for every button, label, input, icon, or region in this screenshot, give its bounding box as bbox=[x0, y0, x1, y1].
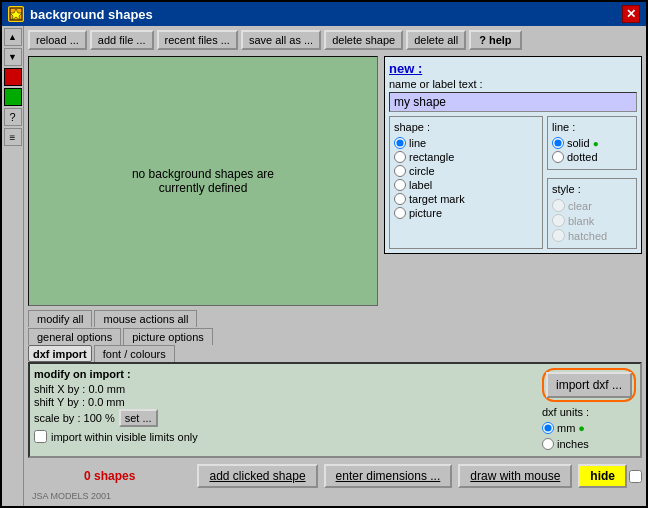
style-hatched[interactable]: hatched bbox=[552, 229, 632, 242]
import-limits-row: import within visible limits only bbox=[34, 430, 534, 443]
unit-inches-radio[interactable]: inches bbox=[542, 438, 589, 450]
dxf-tab-content: modify on import : shift X by : 0.0 mm s… bbox=[28, 362, 642, 458]
delete-shape-button[interactable]: delete shape bbox=[324, 30, 403, 50]
close-button[interactable]: ✕ bbox=[622, 5, 640, 23]
window-body: ▲ ▼ ? ≡ reload ... add file ... recent f… bbox=[2, 26, 646, 506]
import-limits-label: import within visible limits only bbox=[51, 431, 198, 443]
modify-on-import-label: modify on import : bbox=[34, 368, 534, 380]
tab-font-colours[interactable]: font / colours bbox=[94, 345, 175, 362]
copyright-text: JSA MODELS 2001 bbox=[28, 490, 642, 502]
import-dxf-button[interactable]: import dxf ... bbox=[546, 372, 632, 398]
save-all-button[interactable]: save all as ... bbox=[241, 30, 321, 50]
tab-mouse-actions-all[interactable]: mouse actions all bbox=[94, 310, 197, 327]
new-section: new : name or label text : shape : line bbox=[384, 56, 642, 254]
titlebar: background shapes ✕ bbox=[2, 2, 646, 26]
content-area: no background shapes are currently defin… bbox=[28, 56, 642, 306]
shape-radio-circle[interactable]: circle bbox=[394, 165, 538, 177]
unit-mm-label: mm bbox=[557, 422, 575, 434]
unit-inches-label: inches bbox=[557, 438, 589, 450]
toolbar-arrow-icon[interactable]: ▲ bbox=[4, 28, 22, 46]
scale-row: scale by : 100 % set ... bbox=[34, 409, 534, 427]
tab-picture-options[interactable]: picture options bbox=[123, 328, 213, 345]
window-title: background shapes bbox=[30, 7, 153, 22]
canvas-area: no background shapes are currently defin… bbox=[28, 56, 378, 306]
toolbar-question-icon[interactable]: ? bbox=[4, 108, 22, 126]
enter-dimensions-button[interactable]: enter dimensions ... bbox=[324, 464, 453, 488]
style-blank[interactable]: blank bbox=[552, 214, 632, 227]
hide-button[interactable]: hide bbox=[578, 464, 627, 488]
scale-label: scale by : 100 % bbox=[34, 412, 115, 424]
line-solid-radio[interactable]: solid ● bbox=[552, 137, 632, 149]
line-group: line : solid ● dotted bbox=[547, 116, 637, 170]
right-panel: new : name or label text : shape : line bbox=[384, 56, 642, 306]
delete-all-button[interactable]: delete all bbox=[406, 30, 466, 50]
tab-general-options[interactable]: general options bbox=[28, 328, 121, 345]
shapes-count: 0 shapes bbox=[28, 469, 191, 483]
toolbar-lines-icon[interactable]: ≡ bbox=[4, 128, 22, 146]
top-toolbar: reload ... add file ... recent files ...… bbox=[28, 30, 642, 50]
app-icon bbox=[8, 6, 24, 22]
main-window: background shapes ✕ ▲ ▼ ? ≡ reload ... a… bbox=[0, 0, 648, 508]
recent-files-button[interactable]: recent files ... bbox=[157, 30, 238, 50]
line-group-label: line : bbox=[552, 121, 632, 133]
hide-checkbox[interactable] bbox=[629, 470, 642, 483]
name-label: name or label text : bbox=[389, 78, 637, 90]
line-style-column: line : solid ● dotted bbox=[547, 116, 637, 249]
reload-button[interactable]: reload ... bbox=[28, 30, 87, 50]
shift-x-row: shift X by : 0.0 mm bbox=[34, 383, 534, 395]
shape-line-row: shape : line rectangle circle bbox=[389, 116, 637, 249]
help-button[interactable]: ? help bbox=[469, 30, 521, 50]
unit-mm-radio[interactable]: mm ● bbox=[542, 422, 589, 434]
main-content: reload ... add file ... recent files ...… bbox=[24, 26, 646, 506]
shape-group-label: shape : bbox=[394, 121, 538, 133]
draw-with-mouse-button[interactable]: draw with mouse bbox=[458, 464, 572, 488]
style-group-label: style : bbox=[552, 183, 632, 195]
line-dotted-radio[interactable]: dotted bbox=[552, 151, 632, 163]
tab-modify-all[interactable]: modify all bbox=[28, 310, 92, 327]
style-group: style : clear blank hatched bbox=[547, 178, 637, 249]
tab-dxf-import[interactable]: dxf import bbox=[28, 345, 92, 362]
dxf-right: import dxf ... dxf units : mm ● inc bbox=[542, 368, 636, 452]
mm-indicator: ● bbox=[578, 422, 585, 434]
new-label: new : bbox=[389, 61, 637, 76]
shape-radio-rectangle[interactable]: rectangle bbox=[394, 151, 538, 163]
add-clicked-shape-button[interactable]: add clicked shape bbox=[197, 464, 317, 488]
set-button[interactable]: set ... bbox=[119, 409, 158, 427]
toolbar-color-icon[interactable] bbox=[4, 68, 22, 86]
toolbar-arrow-down-icon[interactable]: ▼ bbox=[4, 48, 22, 66]
bottom-bar: 0 shapes add clicked shape enter dimensi… bbox=[28, 462, 642, 490]
shift-y-row: shift Y by : 0.0 mm bbox=[34, 396, 534, 408]
shape-group: shape : line rectangle circle bbox=[389, 116, 543, 249]
titlebar-left: background shapes bbox=[8, 6, 153, 22]
left-toolbar: ▲ ▼ ? ≡ bbox=[2, 26, 24, 506]
shape-radio-label[interactable]: label bbox=[394, 179, 538, 191]
units-label: dxf units : bbox=[542, 406, 589, 418]
solid-indicator: ● bbox=[593, 138, 599, 149]
units-group: mm ● inches bbox=[542, 422, 589, 452]
canvas-empty-message: no background shapes are currently defin… bbox=[132, 167, 274, 195]
dxf-left: modify on import : shift X by : 0.0 mm s… bbox=[34, 368, 534, 452]
tabs-row-3: dxf import font / colours bbox=[28, 345, 642, 362]
import-dxf-highlight: import dxf ... bbox=[542, 368, 636, 402]
import-limits-checkbox[interactable] bbox=[34, 430, 47, 443]
style-clear[interactable]: clear bbox=[552, 199, 632, 212]
tabs-row-2: general options picture options bbox=[28, 328, 642, 345]
bottom-section: modify all mouse actions all general opt… bbox=[28, 310, 642, 502]
toolbar-green-icon[interactable] bbox=[4, 88, 22, 106]
shape-radio-target-mark[interactable]: target mark bbox=[394, 193, 538, 205]
shape-radio-picture[interactable]: picture bbox=[394, 207, 538, 219]
add-file-button[interactable]: add file ... bbox=[90, 30, 154, 50]
shape-radio-line[interactable]: line bbox=[394, 137, 538, 149]
left-panel: no background shapes are currently defin… bbox=[28, 56, 378, 306]
name-input[interactable] bbox=[389, 92, 637, 112]
tabs-row-1: modify all mouse actions all bbox=[28, 310, 642, 327]
